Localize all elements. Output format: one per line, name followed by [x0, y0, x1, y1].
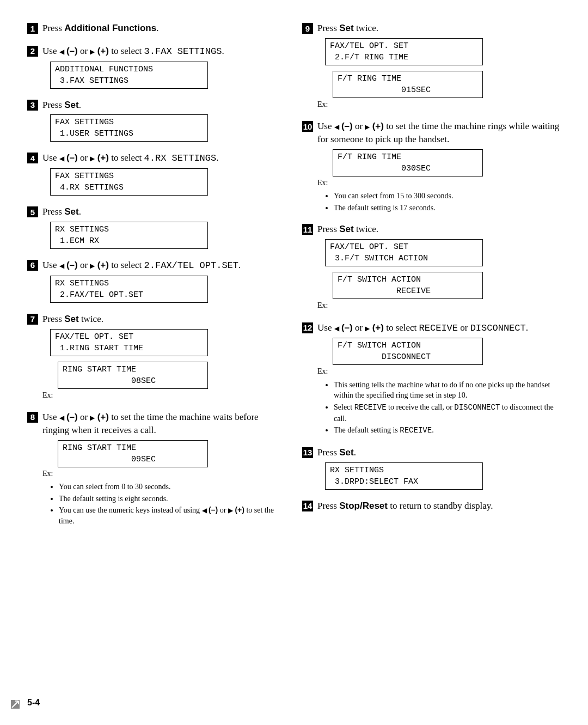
b: Set [64, 314, 78, 324]
t: Select [334, 403, 354, 411]
example-label: Ex: [42, 468, 53, 479]
notes-list: You can select from 0 to 30 seconds. The… [50, 482, 286, 526]
example-label: Ex: [317, 99, 328, 110]
text: Press [42, 23, 64, 33]
lcd-display: FAX SETTINGS 4.RX SETTINGS [50, 168, 208, 196]
menu-name: 2.FAX/TEL OPT.SET [144, 260, 238, 271]
step-14-text: Press Stop/Reset to return to standby di… [317, 499, 493, 513]
note: The default setting is RECEIVE. [334, 425, 561, 436]
left-column: 1 Press Additional Functions. 2 Use (–) … [27, 22, 286, 536]
step-4: 4 Use (–) or (+) to select 4.RX SETTINGS… [27, 151, 286, 196]
step-9: 9 Press Set twice. FAX/TEL OPT. SET 2.F/… [302, 22, 561, 110]
t: twice. [79, 314, 103, 324]
t: or [78, 412, 90, 422]
lcd-display: RX SETTINGS 1.ECM RX [50, 222, 208, 249]
step-1-text: Press Additional Functions. [42, 22, 158, 35]
right-column: 9 Press Set twice. FAX/TEL OPT. SET 2.F/… [302, 22, 561, 536]
right-arrow-icon [90, 153, 95, 163]
lcd-display: FAX/TEL OPT. SET 2.F/T RING TIME [325, 38, 483, 65]
t: . [238, 260, 241, 270]
minus: (–) [341, 121, 353, 131]
two-column-layout: 1 Press Additional Functions. 2 Use (–) … [27, 22, 561, 536]
lcd-display: F/T RING TIME 030SEC [333, 149, 483, 176]
t: Press [42, 100, 64, 110]
step-number-9: 9 [302, 23, 313, 34]
t: . [526, 322, 528, 333]
step-3-text: Press Set. [42, 99, 81, 112]
note: The default setting is 17 seconds. [334, 203, 561, 214]
plus: (+) [372, 121, 384, 131]
step-5: 5 Press Set. RX SETTINGS 1.ECM RX [27, 205, 286, 249]
lcd-display: FAX SETTINGS 1.USER SETTINGS [50, 114, 208, 142]
t: Press [317, 224, 339, 234]
notes-list: You can select from 15 to 300 seconds. T… [325, 191, 561, 213]
step-number-3: 3 [27, 100, 38, 111]
plus: (+) [235, 505, 244, 514]
left-arrow-icon [334, 322, 339, 333]
left-arrow-icon [59, 260, 64, 270]
t: to select [384, 322, 419, 333]
btn-label: Additional Functions [64, 23, 156, 33]
step-10-text: Use (–) or (+) to set the time the machi… [317, 120, 561, 146]
minus: (–) [66, 153, 78, 163]
plus: (+) [97, 260, 109, 270]
t: or [78, 260, 90, 270]
menu-name: 3.FAX SETTINGS [144, 46, 222, 57]
minus: (–) [66, 412, 78, 422]
left-arrow-icon [59, 46, 64, 56]
t: . [79, 100, 81, 110]
opt: RECEIVE [419, 323, 458, 333]
t: to select [109, 46, 144, 56]
minus: (–) [209, 505, 218, 514]
t: . [216, 153, 218, 163]
opt: DISCONNECT [454, 403, 500, 412]
step-7-text: Press Set twice. [42, 313, 103, 326]
t: to receive the call, or [387, 403, 455, 411]
page-number: 5-4 [27, 697, 40, 709]
step-6: 6 Use (–) or (+) to select 2.FAX/TEL OPT… [27, 259, 286, 303]
t: Use [42, 412, 59, 422]
example-label: Ex: [317, 300, 328, 311]
t: Use [317, 322, 334, 333]
text: . [156, 23, 158, 33]
notes-list: This setting tells the machine what to d… [325, 380, 561, 436]
t: or [458, 322, 470, 333]
lcd-display: FAX/TEL OPT. SET 1.RING START TIME [50, 329, 208, 356]
step-10: 10 Use (–) or (+) to set the time the ma… [302, 120, 561, 213]
b: Set [64, 100, 78, 110]
step-5-text: Press Set. [42, 205, 81, 218]
note: Select RECEIVE to receive the call, or D… [334, 402, 561, 424]
b: Stop/Reset [339, 501, 388, 511]
note: You can select from 0 to 30 seconds. [59, 482, 286, 492]
step-number-14: 14 [302, 501, 313, 511]
step-number-13: 13 [302, 447, 313, 458]
t: to select [109, 153, 144, 163]
left-arrow-icon [59, 412, 64, 422]
t: The default setting is [334, 426, 400, 434]
minus: (–) [66, 46, 78, 56]
note: The default setting is eight seconds. [59, 494, 286, 504]
step-11-text: Press Set twice. [317, 223, 378, 236]
step-number-8: 8 [27, 412, 38, 423]
step-9-text: Press Set twice. [317, 22, 378, 35]
right-arrow-icon [90, 46, 95, 56]
right-arrow-icon [228, 506, 233, 514]
b: Set [64, 206, 78, 217]
step-number-1: 1 [27, 23, 38, 34]
step-number-6: 6 [27, 260, 38, 271]
lcd-display: F/T SWITCH ACTION RECEIVE [333, 272, 483, 299]
lcd-display: ADDITIONAL FUNCTIONS 3.FAX SETTINGS [50, 62, 208, 89]
lcd-display: FAX/TEL OPT. SET 3.F/T SWITCH ACTION [325, 239, 483, 266]
lcd-display: F/T RING TIME 015SEC [333, 71, 483, 98]
plus: (+) [372, 322, 384, 333]
plus: (+) [97, 46, 109, 56]
t: or [353, 322, 365, 333]
step-8: 8 Use (–) or (+) to set the time the mac… [27, 411, 286, 526]
t: . [79, 206, 81, 217]
page-corner-arrow-icon [11, 700, 20, 709]
t: . [354, 447, 356, 458]
step-6-text: Use (–) or (+) to select 2.FAX/TEL OPT.S… [42, 259, 241, 272]
step-3: 3 Press Set. FAX SETTINGS 1.USER SETTING… [27, 99, 286, 142]
step-4-text: Use (–) or (+) to select 4.RX SETTINGS. [42, 151, 218, 165]
step-13-text: Press Set. [317, 446, 356, 459]
